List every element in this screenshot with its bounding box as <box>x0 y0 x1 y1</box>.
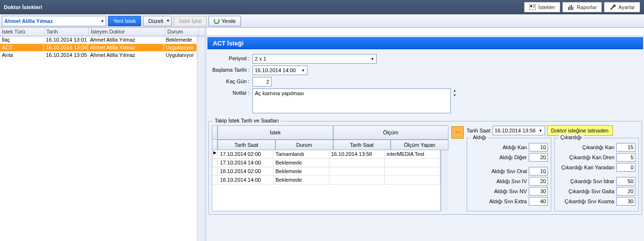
aldigi-nv-input[interactable]: 30 <box>529 187 548 196</box>
ayarlar-button[interactable]: Ayarlar <box>604 2 640 12</box>
followup-legend: Takip İstek Tarih ve Saatları <box>213 118 281 123</box>
app-title: Doktor İstekleri <box>4 4 42 10</box>
id-card-icon <box>529 4 536 10</box>
notlar-textarea[interactable]: Aç karnına yapılması <box>252 88 451 113</box>
caret-down-icon: ▼ <box>539 129 543 133</box>
refresh-icon <box>214 18 219 24</box>
table-row[interactable]: ACT16.10.2014 13:04Ahmet Atilla YılmazUy… <box>0 44 197 52</box>
detail-title: ACT İsteği <box>207 37 643 49</box>
col-olcum-yapan[interactable]: Ölçüm Yapan <box>391 140 448 150</box>
aldigi-extra-label: Aldığı Sıvı Extra <box>470 198 529 204</box>
aldigi-fieldset: Aldığı Aldığı Kan10 Aldığı Diğer20 Aldığ… <box>467 138 551 211</box>
caret-down-icon: ▼ <box>301 68 305 73</box>
istekler-button[interactable]: İstekler <box>524 2 560 12</box>
detail-form: Periyod : 2 x 1▼ Başlama Tarihi : 16.10.… <box>207 50 644 119</box>
cikardigi-kusma-label: Çıkardığı Sıvı Kusma <box>557 198 616 204</box>
svg-rect-4 <box>568 7 569 10</box>
yeni-istek-button[interactable]: Yeni İstek <box>108 16 141 26</box>
toolbar: Ahmet Atilla Yılmaz ▾ Yeni İstek Düzelt▼… <box>0 14 644 28</box>
table-row[interactable]: 18.10.2014 14:00Beklemede <box>212 176 440 185</box>
kacgun-label: Kaç Gün : <box>211 77 252 84</box>
col-tarih[interactable]: Tarih <box>44 28 89 36</box>
aldigi-legend: Aldığı <box>471 134 488 140</box>
aldigi-kan-input[interactable]: 10 <box>529 143 548 152</box>
notes-spinner[interactable]: ▲▼ <box>453 88 457 98</box>
table-row[interactable]: 18.10.2014 02:00Beklemede <box>212 167 440 176</box>
cikardigi-legend: Çıkardığı <box>558 134 584 140</box>
caret-down-icon: ▼ <box>371 57 374 61</box>
ellipsis-button[interactable]: ⋯ <box>451 126 464 139</box>
periyod-label: Periyod : <box>211 54 252 61</box>
aldigi-iv-label: Aldığı Sıvı IV <box>470 178 529 184</box>
left-grid-body[interactable]: İlaç16.10.2014 13:01Ahmet Atilla YılmazB… <box>0 36 197 241</box>
table-row[interactable]: 17.10.2014 14:00Beklemede <box>212 159 440 167</box>
baslama-label: Başlama Tarihi : <box>211 66 252 73</box>
titlebar: Doktor İstekleri İstekler Raporlar Ayarl… <box>0 0 644 14</box>
notlar-label: Notlar : <box>211 88 252 96</box>
kacgun-input[interactable]: 2 <box>252 77 272 87</box>
aldigi-oral-input[interactable]: 10 <box>529 167 548 175</box>
cikardigi-idrar-label: Çıkardığı Sıvı İdrar <box>557 178 616 184</box>
cikardigi-dren-input[interactable]: 5 <box>616 153 635 162</box>
aldigi-kan-label: Aldığı Kan <box>470 144 529 150</box>
dropdown-icon: ▾ <box>101 19 104 23</box>
col-durum[interactable]: Durum <box>165 28 199 36</box>
spin-down-icon[interactable]: ▼ <box>453 93 457 98</box>
periyod-select[interactable]: 2 x 1▼ <box>252 54 377 64</box>
cikardigi-idrar-input[interactable]: 50 <box>616 177 635 186</box>
left-scrollbar[interactable] <box>197 36 205 241</box>
col-istek-turu[interactable]: İstek Türü <box>0 28 44 36</box>
table-row[interactable]: İlaç16.10.2014 13:01Ahmet Atilla YılmazB… <box>0 36 197 44</box>
svg-rect-7 <box>572 7 573 10</box>
col-durum-2[interactable]: Durum <box>275 140 333 150</box>
aldigi-nv-label: Aldığı Sıvı NV <box>470 188 529 194</box>
caret-down-icon: ▼ <box>166 19 170 23</box>
bar-chart-icon <box>568 4 574 10</box>
aldigi-diger-label: Aldığı Diğer <box>470 154 529 160</box>
right-panel: ACT İsteği Periyod : 2 x 1▼ Başlama Tari… <box>207 28 644 241</box>
cikardigi-kusma-input[interactable]: 30 <box>616 197 635 206</box>
tarih-saat-label: Tarih Saat <box>467 128 491 133</box>
col-doktor[interactable]: İsteyen Doktor <box>89 28 165 36</box>
followup-grid-header: İstek Ölçüm <box>212 125 448 140</box>
wrench-icon <box>609 4 616 10</box>
followup-grid-body[interactable]: ▶17.10.2014 02:00Tamamlandı16.10.2014 13… <box>212 150 441 211</box>
aldigi-oral-label: Aldığı Sıvı Oral <box>470 168 529 174</box>
yenile-button[interactable]: Yenile <box>208 16 241 26</box>
baslama-datetime[interactable]: 16.10.2014 14:00▼ <box>252 66 307 75</box>
cikardigi-gaita-input[interactable]: 20 <box>616 187 635 196</box>
spin-up-icon[interactable]: ▲ <box>453 88 457 93</box>
svg-rect-1 <box>530 5 532 7</box>
cikardigi-gaita-label: Çıkardığı Sıvı Gaita <box>557 188 616 194</box>
cikardigi-dren-label: Çıkardığı Kan Dren <box>557 154 616 160</box>
patient-select[interactable]: Ahmet Atilla Yılmaz ▾ <box>2 16 106 26</box>
svg-rect-5 <box>569 6 570 10</box>
tarih-saat-input[interactable]: 16.10.2014 13:58▼ <box>492 126 545 135</box>
duzelt-button[interactable]: Düzelt▼ <box>143 16 172 26</box>
aldigi-diger-input[interactable]: 20 <box>529 153 548 162</box>
table-row[interactable]: ▶17.10.2014 02:00Tamamlandı16.10.2014 13… <box>212 150 440 159</box>
col-istek[interactable]: İstek <box>218 125 333 140</box>
followup-scrollbar[interactable] <box>441 150 448 211</box>
aldigi-iv-input[interactable]: 20 <box>529 177 548 186</box>
cikardigi-kan-label: Çıkardığı Kan <box>557 144 616 150</box>
col-tarih-saat-1[interactable]: Tarih Saat <box>218 140 275 150</box>
col-tarih-saat-2[interactable]: Tarih Saat <box>333 140 391 150</box>
aldigi-extra-input[interactable]: 40 <box>529 197 548 206</box>
col-olcum[interactable]: Ölçüm <box>333 125 449 140</box>
cikardigi-yaradan-label: Çıkardığı Kan Yaradan <box>557 164 616 170</box>
left-panel: İstek Türü Tarih İsteyen Doktor Durum İl… <box>0 28 207 241</box>
left-grid-header: İstek Türü Tarih İsteyen Doktor Durum <box>0 28 205 36</box>
cikardigi-kan-input[interactable]: 15 <box>616 143 635 152</box>
table-row[interactable]: Arıta16.10.2014 13:05Ahmet Atilla Yılmaz… <box>0 52 197 59</box>
svg-rect-6 <box>571 5 572 10</box>
istek-iptal-button: İstek İptal <box>174 16 207 26</box>
followup-fieldset: Takip İstek Tarih ve Saatları İstek Ölçü… <box>208 121 642 215</box>
cikardigi-fieldset: Çıkardığı Çıkardığı Kan15 Çıkardığı Kan … <box>554 138 639 211</box>
cikardigi-yaradan-input[interactable]: 0 <box>616 163 635 172</box>
raporlar-button[interactable]: Raporlar <box>562 2 602 12</box>
